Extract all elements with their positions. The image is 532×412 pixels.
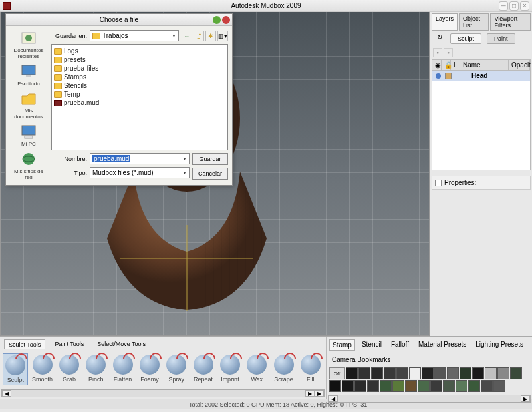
stamp-swatch[interactable] bbox=[481, 380, 493, 392]
tab-stencil[interactable]: Stencil bbox=[359, 339, 384, 351]
stamp-swatch[interactable] bbox=[468, 380, 480, 392]
stamp-swatch[interactable] bbox=[485, 367, 497, 379]
nav-newfolder-icon[interactable]: ✱ bbox=[205, 31, 216, 41]
new-layer-icon[interactable]: ▫ bbox=[433, 48, 442, 57]
tool-repeat[interactable]: Repeat bbox=[190, 353, 215, 385]
tool-smooth[interactable]: Smooth bbox=[29, 353, 55, 385]
refresh-icon[interactable]: ↻ bbox=[437, 33, 445, 44]
stamp-swatch[interactable] bbox=[418, 380, 430, 392]
tab-viewport-filters[interactable]: Viewport Filters bbox=[490, 13, 531, 31]
stamp-swatch[interactable] bbox=[371, 367, 383, 379]
properties-panel[interactable]: Properties: bbox=[432, 176, 531, 190]
stamp-swatch[interactable] bbox=[392, 380, 404, 392]
tool-wax[interactable]: Wax bbox=[244, 353, 269, 385]
place-1[interactable]: Escritorio bbox=[17, 63, 39, 87]
folder-icon bbox=[92, 33, 100, 39]
close-button[interactable]: × bbox=[520, 1, 529, 11]
nav-view-icon[interactable]: ▥▾ bbox=[217, 31, 228, 41]
stamp-swatch[interactable] bbox=[447, 367, 459, 379]
visibility-dot-icon[interactable] bbox=[436, 73, 441, 79]
stamp-swatch[interactable] bbox=[434, 367, 446, 379]
tab-select-move-tools[interactable]: Select/Move Tools bbox=[93, 339, 150, 349]
stamp-swatch[interactable] bbox=[405, 380, 417, 392]
stamp-swatch[interactable] bbox=[430, 380, 442, 392]
tab-lighting-presets[interactable]: Lighting Presets bbox=[473, 339, 526, 351]
titlebar: Autodesk Mudbox 2009 ─ □ × bbox=[0, 0, 532, 12]
stamp-swatch[interactable] bbox=[354, 380, 366, 392]
stamp-swatch[interactable] bbox=[346, 367, 358, 379]
stamp-swatch[interactable] bbox=[409, 367, 421, 379]
tool-spray[interactable]: Spray bbox=[164, 353, 189, 385]
stamp-swatch[interactable] bbox=[460, 367, 471, 379]
scroll-left-icon[interactable]: ◀ bbox=[2, 390, 11, 397]
scroll-right2-icon[interactable]: ▶ bbox=[315, 390, 324, 397]
save-in-combo[interactable]: Trabajos ▼ bbox=[90, 30, 179, 41]
cancel-button[interactable]: Cancelar bbox=[192, 168, 228, 180]
stamp-swatch[interactable] bbox=[329, 380, 341, 392]
file-item[interactable]: Temp bbox=[54, 90, 225, 99]
tool-scrollbar[interactable]: ◀ ▶ ▶ bbox=[1, 389, 325, 397]
file-item[interactable]: Stamps bbox=[54, 73, 225, 81]
layer-row[interactable]: Head bbox=[432, 71, 530, 81]
place-0[interactable]: Documentos recientes bbox=[10, 30, 47, 59]
stamp-swatch[interactable] bbox=[456, 380, 467, 392]
place-3[interactable]: Mi PC bbox=[19, 124, 38, 147]
scroll-right-icon[interactable]: ▶ bbox=[305, 390, 315, 397]
stamp-swatch[interactable] bbox=[396, 367, 408, 379]
tool-scrape-icon bbox=[274, 355, 294, 375]
tab-layers[interactable]: Layers bbox=[432, 13, 458, 31]
stamp-scroll-right-icon[interactable]: ▶ bbox=[521, 395, 530, 402]
stamp-swatch[interactable] bbox=[510, 367, 522, 379]
stamp-swatch[interactable] bbox=[497, 367, 509, 379]
tab-material-presets[interactable]: Material Presets bbox=[416, 339, 469, 351]
file-item[interactable]: Logs bbox=[54, 47, 225, 55]
delete-layer-icon[interactable]: ▫ bbox=[444, 48, 453, 57]
tool-fill[interactable]: Fill bbox=[298, 353, 323, 385]
tool-foamy[interactable]: Foamy bbox=[137, 353, 162, 385]
stamp-swatch[interactable] bbox=[472, 367, 484, 379]
place-4[interactable]: Mis sitios de red bbox=[10, 151, 47, 180]
properties-toggle-icon[interactable] bbox=[435, 180, 442, 186]
subtab-sculpt[interactable]: Sculpt bbox=[450, 33, 481, 44]
tab-camera-bookmarks[interactable]: Camera Bookmarks bbox=[329, 355, 393, 365]
stamp-swatch[interactable] bbox=[358, 367, 370, 379]
nav-back-icon[interactable]: ← bbox=[182, 31, 192, 41]
tool-sculpt[interactable]: Sculpt bbox=[3, 353, 28, 385]
tool-scrape[interactable]: Scrape bbox=[271, 353, 296, 385]
file-list[interactable]: Logspresetsprueba-filesStampsStencilsTem… bbox=[51, 44, 228, 150]
tool-pinch[interactable]: Pinch bbox=[83, 353, 108, 385]
dialog-close-button[interactable] bbox=[222, 16, 230, 24]
tab-stamp[interactable]: Stamp bbox=[329, 339, 355, 351]
tab-object-list[interactable]: Object List bbox=[459, 13, 489, 31]
tool-flatten[interactable]: Flatten bbox=[110, 353, 135, 385]
stamp-swatch[interactable] bbox=[422, 367, 434, 379]
stamp-off-button[interactable]: Off bbox=[329, 367, 345, 379]
type-combo[interactable]: Mudbox files (*.mud)▼ bbox=[90, 167, 190, 178]
stamp-swatch[interactable] bbox=[367, 380, 379, 392]
nav-up-icon[interactable]: ⮥ bbox=[194, 31, 204, 41]
file-item[interactable]: presets bbox=[54, 55, 225, 64]
tab-sculpt-tools[interactable]: Sculpt Tools bbox=[4, 339, 45, 349]
stamp-swatch[interactable] bbox=[380, 380, 392, 392]
tool-imprint[interactable]: Imprint bbox=[217, 353, 243, 385]
file-item[interactable]: Stencils bbox=[54, 81, 225, 90]
minimize-button[interactable]: ─ bbox=[499, 1, 508, 11]
place-2[interactable]: Mis documentos bbox=[10, 91, 47, 120]
stamp-swatch[interactable] bbox=[342, 380, 354, 392]
stamp-swatch[interactable] bbox=[384, 367, 396, 379]
tool-grab[interactable]: Grab bbox=[57, 353, 82, 385]
dialog-min-button[interactable] bbox=[213, 16, 221, 24]
subtab-paint[interactable]: Paint bbox=[487, 33, 515, 44]
tab-falloff[interactable]: Falloff bbox=[388, 339, 412, 351]
name-input[interactable]: prueba.mud▼ bbox=[90, 153, 190, 164]
stamp-swatch[interactable] bbox=[443, 380, 455, 392]
layer-list[interactable]: Head bbox=[432, 71, 531, 170]
save-button[interactable]: Guardar bbox=[192, 153, 228, 165]
file-item[interactable]: prueba-files bbox=[54, 64, 225, 73]
maximize-button[interactable]: □ bbox=[509, 1, 519, 11]
stamp-swatch[interactable] bbox=[493, 380, 505, 392]
col-lock-icon: 🔒 bbox=[442, 60, 451, 70]
file-item[interactable]: prueba.mud bbox=[54, 99, 225, 107]
right-panel: Layers Object List Viewport Filters ↻ Sc… bbox=[430, 12, 532, 336]
tab-paint-tools[interactable]: Paint Tools bbox=[51, 339, 88, 349]
